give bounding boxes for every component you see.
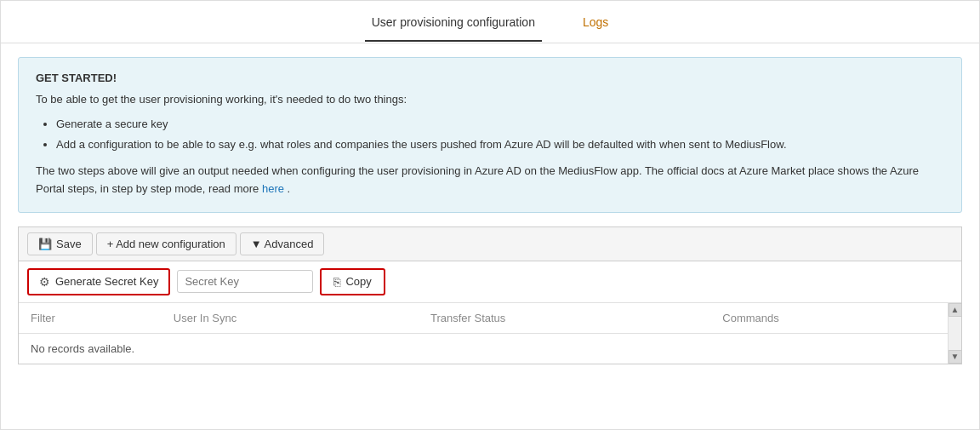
save-icon: 💾 xyxy=(38,238,52,250)
advanced-button[interactable]: ▼ Advanced xyxy=(240,232,325,255)
empty-message: No records available. xyxy=(19,333,948,364)
tabs-bar: User provisioning configuration Logs xyxy=(1,1,979,43)
info-box-list: Generate a secure key Add a configuratio… xyxy=(56,116,944,152)
col-transfer-status: Transfer Status xyxy=(419,303,710,334)
table-header-row: Filter User In Sync Transfer Status Comm… xyxy=(19,303,948,334)
secret-key-input[interactable] xyxy=(177,270,313,293)
info-box-title: GET STARTED! xyxy=(36,72,944,84)
tab-user-provisioning[interactable]: User provisioning configuration xyxy=(365,3,542,41)
scrollbar-up-button[interactable]: ▲ xyxy=(949,303,962,317)
col-commands: Commands xyxy=(710,303,948,334)
col-filter: Filter xyxy=(19,303,162,334)
page-wrapper: User provisioning configuration Logs GET… xyxy=(0,0,980,430)
save-button[interactable]: 💾 Save xyxy=(27,232,93,255)
scrollbar-down-button[interactable]: ▼ xyxy=(949,350,962,364)
data-table: Filter User In Sync Transfer Status Comm… xyxy=(19,303,948,364)
copy-button[interactable]: ⎘ Copy xyxy=(320,268,385,295)
here-link[interactable]: here xyxy=(262,182,284,195)
info-box-intro: To be able to get the user provisioning … xyxy=(36,93,944,106)
info-box-bullet-1: Generate a secure key xyxy=(56,116,944,133)
scrollbar-area: ▲ ▼ xyxy=(948,303,961,364)
gear-icon: ⚙ xyxy=(39,275,50,289)
main-content: GET STARTED! To be able to get the user … xyxy=(1,43,979,378)
table-area: ⚙ Generate Secret Key ⎘ Copy Filter xyxy=(18,261,962,364)
table-scroll-inner: Filter User In Sync Transfer Status Comm… xyxy=(19,303,948,364)
copy-icon: ⎘ xyxy=(333,275,340,289)
table-scroll-wrapper: Filter User In Sync Transfer Status Comm… xyxy=(19,303,961,364)
col-user-in-sync: User In Sync xyxy=(162,303,419,334)
toolbar: 💾 Save + Add new configuration ▼ Advance… xyxy=(18,226,962,261)
generate-secret-key-button[interactable]: ⚙ Generate Secret Key xyxy=(27,268,170,295)
secret-key-row: ⚙ Generate Secret Key ⎘ Copy xyxy=(19,261,961,303)
tab-logs[interactable]: Logs xyxy=(576,3,615,41)
add-config-button[interactable]: + Add new configuration xyxy=(96,232,236,255)
info-box-bullet-2: Add a configuration to be able to say e.… xyxy=(56,136,944,153)
info-box-footer: The two steps above will give an output … xyxy=(36,163,944,198)
info-box: GET STARTED! To be able to get the user … xyxy=(18,57,962,213)
table-row: No records available. xyxy=(19,333,948,364)
